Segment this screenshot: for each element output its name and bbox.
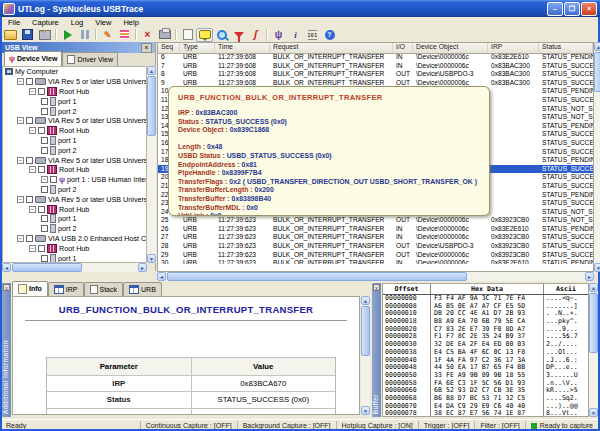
device-checkbox[interactable] xyxy=(41,108,48,115)
scroll-down-button[interactable]: ▼ xyxy=(589,408,598,417)
save-button[interactable] xyxy=(19,28,36,42)
scroll-down-button[interactable]: ▼ xyxy=(594,263,600,272)
tree-item[interactable]: −Root Hub xyxy=(3,87,146,97)
tree-item[interactable]: −VIA USB 2.0 Enhanced Host Controller xyxy=(3,234,146,244)
expand-toggle[interactable]: − xyxy=(17,157,24,164)
menu-view[interactable]: View xyxy=(89,18,117,27)
menu-file[interactable]: File xyxy=(2,18,26,27)
column-header-type[interactable]: Type xyxy=(180,43,215,52)
usb-button[interactable]: ψ xyxy=(270,28,287,42)
scroll-up-button[interactable]: ▲ xyxy=(361,296,370,305)
expand-toggle[interactable]: − xyxy=(29,206,36,213)
tree-item[interactable]: −ψport 1 : USB Human Interface D xyxy=(3,175,146,185)
column-header-irp[interactable]: IRP xyxy=(488,43,539,52)
scroll-left-button[interactable]: ◄ xyxy=(2,263,11,272)
device-checkbox[interactable] xyxy=(41,147,48,154)
tab-irp[interactable]: IRP xyxy=(48,282,84,296)
scroll-left-button[interactable]: ◄ xyxy=(157,272,166,281)
minimize-button[interactable]: – xyxy=(547,2,563,16)
tree-item[interactable]: −Root Hub xyxy=(3,165,146,175)
scroll-down-button[interactable]: ▼ xyxy=(361,406,370,415)
print-button[interactable] xyxy=(156,28,173,42)
trace-row[interactable]: 27URB11:27:39:623BULK_OR_INTERRUPT_TRANS… xyxy=(158,233,593,242)
tree-item[interactable]: My Computer xyxy=(3,67,146,77)
tab-info[interactable]: Info xyxy=(12,281,48,296)
tab-driver-view[interactable]: Driver View xyxy=(62,52,118,66)
trace-row[interactable]: 30URB11:27:39:623BULK_OR_INTERRUPT_TRANS… xyxy=(158,259,593,264)
device-checkbox[interactable] xyxy=(41,98,48,105)
expand-toggle[interactable]: − xyxy=(41,176,48,183)
expand-toggle[interactable]: − xyxy=(29,166,36,173)
device-checkbox[interactable] xyxy=(41,186,48,193)
tree-item[interactable]: −VIA Rev 5 or later USB Universal Host C xyxy=(3,116,146,126)
trace-row[interactable]: 25URB11:27:39:623BULK_OR_INTERRUPT_TRANS… xyxy=(158,216,593,225)
device-checkbox[interactable] xyxy=(26,196,33,203)
scroll-thumb[interactable] xyxy=(12,263,82,272)
info-panel-close-icon[interactable]: x xyxy=(3,284,10,291)
expand-toggle[interactable]: − xyxy=(17,117,24,124)
menu-help[interactable]: Help xyxy=(117,18,144,27)
column-header-request[interactable]: Request xyxy=(270,43,393,52)
expand-toggle[interactable]: − xyxy=(29,245,36,252)
scroll-thumb[interactable] xyxy=(167,272,467,281)
help-button[interactable]: ? xyxy=(321,28,338,42)
tree-item[interactable]: port 1 xyxy=(3,253,146,263)
trace-row[interactable]: 6URB11:27:39:608BULK_OR_INTERRUPT_TRANSF… xyxy=(158,53,593,62)
close-button[interactable]: × xyxy=(581,2,597,16)
tree-item[interactable]: port 1 xyxy=(3,136,146,146)
raw-button[interactable]: 101 xyxy=(304,28,321,42)
scroll-thumb[interactable] xyxy=(147,76,156,136)
scroll-up-button[interactable]: ▲ xyxy=(589,283,598,292)
scroll-up-button[interactable]: ▲ xyxy=(594,42,600,51)
scroll-right-button[interactable]: ► xyxy=(138,263,147,272)
column-header-status[interactable]: Status xyxy=(539,43,593,52)
column-header-seq[interactable]: Seq xyxy=(158,43,180,52)
buffer-panel-close-icon[interactable]: x xyxy=(373,284,380,291)
edit-button[interactable]: ✎ xyxy=(99,28,116,42)
tree-item[interactable]: port 2 xyxy=(3,185,146,195)
device-checkbox[interactable] xyxy=(38,88,45,95)
device-checkbox[interactable] xyxy=(38,166,45,173)
trace-vertical-scrollbar[interactable]: ▲▼ xyxy=(594,42,600,272)
expand-toggle[interactable]: − xyxy=(29,127,36,134)
tree-item[interactable]: −VIA Rev 5 or later USB Universal Host C xyxy=(3,155,146,165)
pause-button[interactable] xyxy=(76,28,93,42)
tree-horizontal-scrollbar[interactable]: ◄► xyxy=(2,263,147,272)
tab-device-view[interactable]: ψDevice View xyxy=(4,51,62,66)
tab-urb[interactable]: URB xyxy=(123,282,162,296)
device-checkbox[interactable] xyxy=(41,137,48,144)
trace-row[interactable]: 26URB11:27:39:623BULK_OR_INTERRUPT_TRANS… xyxy=(158,225,593,234)
scroll-thumb[interactable] xyxy=(594,52,600,92)
trace-row[interactable]: 7URB11:27:39:608BULK_OR_INTERRUPT_TRANSF… xyxy=(158,62,593,71)
search-button[interactable] xyxy=(213,28,230,42)
tree-item[interactable]: port 2 xyxy=(3,106,146,116)
column-header-io[interactable]: I/O xyxy=(393,43,413,52)
trace-row[interactable]: 29URB11:27:39:623BULK_OR_INTERRUPT_TRANS… xyxy=(158,251,593,260)
tree-item[interactable]: port 1 xyxy=(3,214,146,224)
trace-row[interactable]: 28URB11:27:39:623BULK_OR_INTERRUPT_TRANS… xyxy=(158,242,593,251)
tree-item[interactable]: port 1 xyxy=(3,96,146,106)
tree-item[interactable]: −VIA Rev 5 or later USB Universal Host C xyxy=(3,194,146,204)
menu-capture[interactable]: Capture xyxy=(26,18,65,27)
device-checkbox[interactable] xyxy=(38,206,45,213)
expand-toggle[interactable]: − xyxy=(29,88,36,95)
open-button[interactable] xyxy=(2,28,19,42)
tree-vertical-scrollbar[interactable]: ▲▼ xyxy=(147,66,156,263)
expand-toggle[interactable]: − xyxy=(17,196,24,203)
export-button[interactable] xyxy=(36,28,53,42)
tree-item[interactable]: −Root Hub xyxy=(3,126,146,136)
info-button[interactable]: i xyxy=(287,28,304,42)
device-checkbox[interactable] xyxy=(38,245,45,252)
note-button[interactable] xyxy=(179,28,196,42)
device-checkbox[interactable] xyxy=(38,127,45,134)
column-header-deviceobject[interactable]: Device Object xyxy=(413,43,488,52)
menu-log[interactable]: Log xyxy=(65,18,90,27)
start-button[interactable] xyxy=(59,28,76,42)
device-checkbox[interactable] xyxy=(41,215,48,222)
scroll-up-button[interactable]: ▲ xyxy=(147,66,156,75)
device-checkbox[interactable] xyxy=(26,117,33,124)
maximize-button[interactable]: ❐ xyxy=(564,2,580,16)
buffer-vertical-scrollbar[interactable]: ▲▼ xyxy=(589,283,598,417)
device-checkbox[interactable] xyxy=(41,225,48,232)
clear-button[interactable]: × xyxy=(139,28,156,42)
